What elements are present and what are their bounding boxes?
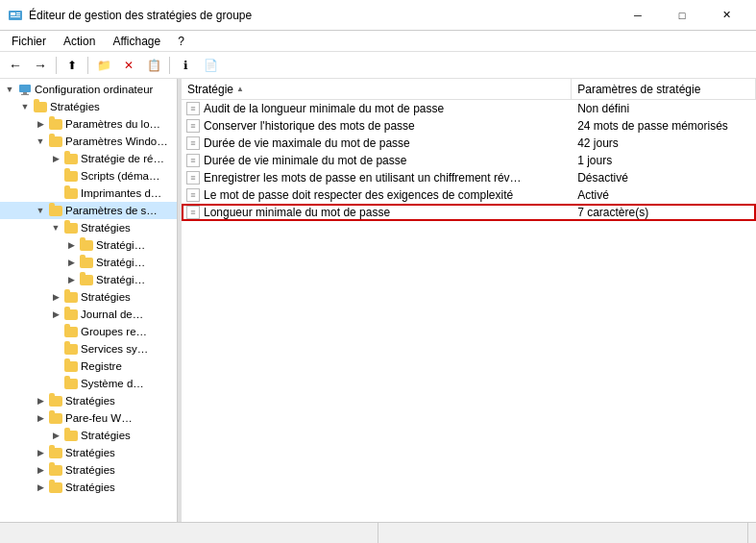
tree-label-22: Stratégies <box>65 464 115 476</box>
tree-item-11[interactable]: ▶ Stratégi… <box>0 271 177 288</box>
folder-icon-5 <box>63 169 79 183</box>
tree-panel[interactable]: ▼ Configuration ordinateur ▼ Stratégies … <box>0 79 178 522</box>
policy-icon-0 <box>185 102 201 115</box>
info-button[interactable]: ℹ <box>174 55 197 76</box>
copy-button[interactable]: 📋 <box>142 55 165 76</box>
expand-18[interactable]: ▶ <box>33 396 48 406</box>
toolbar: ← → ⬆ 📁 ✕ 📋 ℹ 📄 <box>0 52 756 79</box>
menu-help[interactable]: ? <box>170 33 192 50</box>
expand-19[interactable]: ▶ <box>33 413 48 423</box>
expand-4[interactable]: ▶ <box>48 154 63 163</box>
menu-affichage[interactable]: Affichage <box>105 33 168 50</box>
tree-item-21[interactable]: ▶ Stratégies <box>0 444 177 461</box>
folder-icon-19 <box>48 411 63 425</box>
folder-icon-7 <box>48 204 63 217</box>
expand-2[interactable]: ▶ <box>33 119 48 129</box>
tree-item-7[interactable]: ▼ Paramètres de s… <box>0 202 177 219</box>
expand-20[interactable]: ▶ <box>48 431 63 440</box>
tree-item-13[interactable]: ▶ Journal de… <box>0 306 177 323</box>
policy-icon-4 <box>185 171 201 185</box>
folder-icon-22 <box>48 463 63 477</box>
tree-item-10[interactable]: ▶ Stratégi… <box>0 254 177 271</box>
minimize-button[interactable]: ─ <box>616 0 660 31</box>
page-button[interactable]: 📄 <box>199 55 222 76</box>
list-cell-params-1: 24 mots de passe mémorisés <box>573 119 756 133</box>
tree-label-13: Journal de… <box>81 309 143 320</box>
list-row-2[interactable]: Durée de vie maximale du mot de passe 42… <box>182 135 756 152</box>
tree-item-17[interactable]: ▶ Système d… <box>0 375 177 392</box>
tree-item-12[interactable]: ▶ Stratégies <box>0 288 177 306</box>
list-row-0[interactable]: Audit de la longueur minimale du mot de … <box>182 100 756 117</box>
list-panel[interactable]: Stratégie ▲ Paramètres de stratégie Audi… <box>182 79 756 522</box>
menu-fichier[interactable]: Fichier <box>4 33 54 50</box>
folder-icon-1 <box>33 100 48 113</box>
tree-item-3[interactable]: ▼ Paramètres Windo… <box>0 133 177 150</box>
expand-10[interactable]: ▶ <box>63 258 79 267</box>
tree-item-0[interactable]: ▼ Configuration ordinateur <box>0 81 177 98</box>
list-row-1[interactable]: Conserver l'historique des mots de passe… <box>182 117 756 135</box>
list-cell-strategy-3: Durée de vie minimale du mot de passe <box>182 154 573 167</box>
expand-21[interactable]: ▶ <box>33 448 48 457</box>
tree-item-5[interactable]: ▶ Scripts (déma… <box>0 167 177 185</box>
folder-icon-15 <box>63 342 79 356</box>
tree-item-19[interactable]: ▶ Pare-feu W… <box>0 409 177 427</box>
forward-button[interactable]: → <box>29 55 52 76</box>
list-row-5[interactable]: Le mot de passe doit respecter des exige… <box>182 186 756 204</box>
expand-0[interactable]: ▼ <box>2 85 17 94</box>
expand-8[interactable]: ▼ <box>48 223 63 233</box>
menu-bar: Fichier Action Affichage ? <box>0 31 756 52</box>
folder-icon-6 <box>63 186 79 200</box>
tree-item-1[interactable]: ▼ Stratégies <box>0 98 177 115</box>
tree-label-6: Imprimantes d… <box>81 187 161 199</box>
tree-item-2[interactable]: ▶ Paramètres du lo… <box>0 115 177 133</box>
tree-item-15[interactable]: ▶ Services sy… <box>0 340 177 358</box>
computer-icon-0 <box>17 83 33 96</box>
folder-button[interactable]: 📁 <box>92 55 115 76</box>
tree-item-18[interactable]: ▶ Stratégies <box>0 392 177 409</box>
tree-item-14[interactable]: ▶ Groupes re… <box>0 323 177 340</box>
list-cell-strategy-0: Audit de la longueur minimale du mot de … <box>182 102 573 115</box>
svg-rect-5 <box>19 85 31 92</box>
tree-label-7: Paramètres de s… <box>65 205 158 216</box>
list-row-6[interactable]: Longueur minimale du mot de passe 7 cara… <box>182 204 756 221</box>
tree-item-8[interactable]: ▼ Stratégies <box>0 219 177 236</box>
tree-item-20[interactable]: ▶ Stratégies <box>0 427 177 444</box>
expand-13[interactable]: ▶ <box>48 309 63 319</box>
policy-icon-6 <box>185 206 201 219</box>
expand-23[interactable]: ▶ <box>33 482 48 492</box>
list-row-4[interactable]: Enregistrer les mots de passe en utilisa… <box>182 169 756 186</box>
list-row-3[interactable]: Durée de vie minimale du mot de passe 1 … <box>182 152 756 169</box>
tree-item-16[interactable]: ▶ Registre <box>0 358 177 375</box>
expand-12[interactable]: ▶ <box>48 292 63 302</box>
expand-1[interactable]: ▼ <box>17 102 33 111</box>
menu-action[interactable]: Action <box>56 33 103 50</box>
tree-label-16: Registre <box>81 360 122 372</box>
tree-item-23[interactable]: ▶ Stratégies <box>0 479 177 496</box>
expand-3[interactable]: ▼ <box>33 136 48 146</box>
folder-icon-8 <box>63 221 79 234</box>
svg-rect-6 <box>23 92 27 94</box>
folder-icon-4 <box>63 152 79 165</box>
tree-item-6[interactable]: ▶ Imprimantes d… <box>0 185 177 202</box>
folder-icon-13 <box>63 308 79 321</box>
maximize-button[interactable]: □ <box>660 0 704 31</box>
col-header-params[interactable]: Paramètres de stratégie <box>572 79 756 99</box>
col-header-strategy[interactable]: Stratégie ▲ <box>182 79 572 99</box>
expand-11[interactable]: ▶ <box>63 275 79 284</box>
expand-7[interactable]: ▼ <box>33 206 48 215</box>
title-bar-left: Éditeur de gestion des stratégies de gro… <box>8 8 252 23</box>
up-button[interactable]: ⬆ <box>61 55 84 76</box>
list-cell-strategy-5: Le mot de passe doit respecter des exige… <box>182 188 573 202</box>
folder-icon-11 <box>79 273 94 286</box>
tree-item-9[interactable]: ▶ Stratégi… <box>0 236 177 254</box>
tree-item-22[interactable]: ▶ Stratégies <box>0 461 177 479</box>
close-button[interactable]: ✕ <box>704 0 748 31</box>
svg-rect-1 <box>11 12 15 15</box>
back-button[interactable]: ← <box>4 55 27 76</box>
expand-9[interactable]: ▶ <box>63 240 79 250</box>
tree-label-14: Groupes re… <box>81 326 147 337</box>
tree-label-5: Scripts (déma… <box>81 170 159 182</box>
tree-item-4[interactable]: ▶ Stratégie de ré… <box>0 150 177 167</box>
delete-button[interactable]: ✕ <box>117 55 140 76</box>
expand-22[interactable]: ▶ <box>33 465 48 475</box>
